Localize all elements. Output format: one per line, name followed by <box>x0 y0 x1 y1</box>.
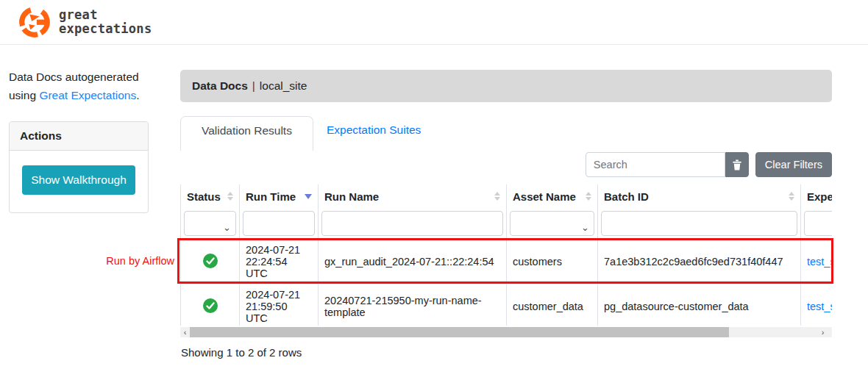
column-header-run-name[interactable]: Run Name <box>319 184 507 208</box>
asset-name-cell: customer_data <box>507 284 598 326</box>
data-docs-header-bar: Data Docs | local_site <box>180 70 832 102</box>
scrollbar-thumb[interactable] <box>190 327 729 337</box>
run-time-cell: 2024-07-21 22:24:54 UTC <box>240 240 319 284</box>
filter-row: ⌄ ⌄ <box>181 208 833 240</box>
results-table-container: Status Run Time Run Name Asset Name Batc… <box>180 184 832 326</box>
actions-panel-title: Actions <box>10 122 148 151</box>
autogenerated-note: Data Docs autogenerated using Great Expe… <box>9 68 167 105</box>
search-group <box>586 152 749 177</box>
row-count-status: Showing 1 to 2 of 2 rows <box>181 346 302 359</box>
run-by-airflow-annotation: Run by Airflow <box>0 255 174 267</box>
sort-icon[interactable] <box>586 192 591 201</box>
status-cell <box>181 240 240 284</box>
brand-line2: expectations <box>59 22 152 36</box>
main-content: Data Docs | local_site Validation Result… <box>180 70 832 366</box>
trash-icon <box>732 159 742 171</box>
brand-line1: great <box>59 8 152 22</box>
expectation-suite-filter-input[interactable] <box>804 211 832 236</box>
validation-results-table: Status Run Time Run Name Asset Name Batc… <box>180 184 832 326</box>
table-row[interactable]: 2024-07-21 22:24:54 UTC gx_run_audit_202… <box>181 240 833 284</box>
batch-id-cell: 7a1e3b312c2c9aed6fc9ed731f40f447 <box>598 240 801 284</box>
page: great expectations Data Docs autogenerat… <box>0 0 868 366</box>
brand-wordmark: great expectations <box>59 8 152 36</box>
table-toolbar: Clear Filters <box>586 152 832 177</box>
note-suffix: . <box>136 89 139 101</box>
column-header-expectation-suite[interactable]: Expectation Suite <box>801 184 833 208</box>
sort-icon[interactable] <box>789 192 794 201</box>
batch-id-cell: pg_datasource-customer_data <box>598 284 801 326</box>
run-name-filter-input[interactable] <box>321 211 503 236</box>
scrollbar-left-arrow-icon[interactable]: ‹ <box>180 327 190 337</box>
great-expectations-logo[interactable]: great expectations <box>18 5 152 39</box>
asset-name-cell: customers <box>507 240 598 284</box>
table-row[interactable]: 2024-07-21 21:59:50 UTC 20240721-215950-… <box>181 284 833 326</box>
header-row: Status Run Time Run Name Asset Name Batc… <box>181 184 833 208</box>
clear-search-button[interactable] <box>725 152 749 177</box>
status-cell <box>181 284 240 326</box>
horizontal-scrollbar[interactable]: ‹ › <box>180 327 832 337</box>
sort-icon[interactable] <box>494 192 500 201</box>
actions-panel-body: Show Walkthrough <box>10 151 148 212</box>
expectation-suite-cell: test_suite <box>801 284 833 326</box>
batch-id-filter-input[interactable] <box>601 211 797 236</box>
sort-desc-icon[interactable] <box>305 194 312 199</box>
search-input[interactable] <box>586 152 725 177</box>
great-expectations-link[interactable]: Great Expectations <box>39 89 136 101</box>
run-time-filter-input[interactable] <box>243 211 315 236</box>
data-docs-title: Data Docs <box>192 79 248 93</box>
column-header-status[interactable]: Status <box>181 184 240 208</box>
top-header-bar: great expectations <box>0 0 868 45</box>
show-walkthrough-button[interactable]: Show Walkthrough <box>22 165 135 195</box>
title-separator: | <box>252 79 255 93</box>
success-check-icon <box>203 298 218 313</box>
asset-name-filter-select[interactable] <box>510 211 594 236</box>
column-header-run-time[interactable]: Run Time <box>240 184 319 208</box>
column-header-batch-id[interactable]: Batch ID <box>598 184 801 208</box>
expectation-suite-cell: test_suite <box>801 240 833 284</box>
clear-filters-button[interactable]: Clear Filters <box>755 152 832 177</box>
expectation-suite-link[interactable]: test_suite <box>807 301 832 312</box>
run-name-cell: 20240721-215950-my-run-name-template <box>319 284 507 326</box>
scrollbar-right-arrow-icon[interactable]: › <box>818 327 828 337</box>
success-check-icon <box>203 254 218 268</box>
status-filter-select[interactable] <box>184 211 236 236</box>
site-name: local_site <box>260 79 307 93</box>
run-time-cell: 2024-07-21 21:59:50 UTC <box>240 284 319 326</box>
run-name-cell: gx_run_audit_2024-07-21::22:24:54 <box>319 240 507 284</box>
great-expectations-logo-icon <box>18 5 51 39</box>
tab-validation-results[interactable]: Validation Results <box>180 116 313 151</box>
actions-panel: Actions Show Walkthrough <box>9 121 149 213</box>
sort-icon[interactable] <box>227 192 233 201</box>
tab-expectation-suites[interactable]: Expectation Suites <box>313 116 434 147</box>
column-header-asset-name[interactable]: Asset Name <box>507 184 598 208</box>
tab-bar: Validation Results Expectation Suites <box>180 116 434 147</box>
expectation-suite-link[interactable]: test_suite <box>807 256 832 268</box>
